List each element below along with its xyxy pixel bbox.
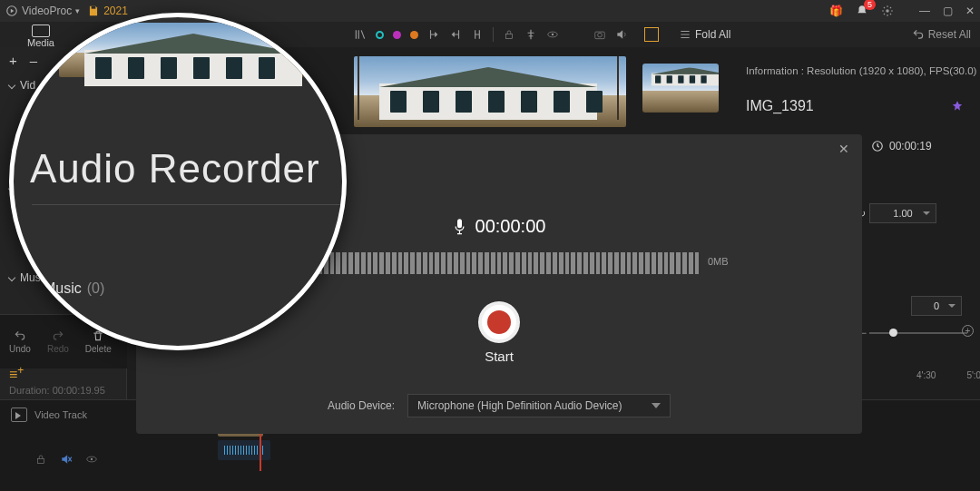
audio-level-meter	[318, 252, 699, 274]
notification-bell-icon[interactable]	[856, 5, 868, 17]
fold-icon	[679, 28, 691, 41]
redo-icon	[52, 329, 64, 342]
align-icon[interactable]	[524, 28, 537, 41]
magnifier-title: Audio Recorder	[30, 146, 320, 191]
settings-icon[interactable]	[881, 5, 894, 17]
maximize-button[interactable]: ▢	[943, 5, 953, 17]
duration-display: Duration: 00:00:19.95	[9, 385, 105, 396]
zoom-slider[interactable]	[869, 332, 967, 334]
reset-all-button[interactable]: Reset All	[912, 28, 971, 41]
track-visibility-icon[interactable]	[85, 453, 98, 466]
app-menu[interactable]: VideoProc ▾	[5, 5, 80, 17]
marker-out-icon[interactable]	[449, 28, 462, 41]
undo-icon	[14, 329, 26, 342]
document-title[interactable]: 2021	[87, 5, 128, 17]
video-track-label: Video Track	[34, 409, 87, 420]
svg-point-8	[598, 33, 603, 37]
color-dot-1[interactable]	[376, 31, 384, 39]
cut-icon[interactable]	[471, 28, 484, 41]
record-button-label: Start	[136, 349, 862, 364]
undo-button[interactable]: Undo	[9, 329, 31, 354]
fold-all-button[interactable]: Fold All	[679, 28, 730, 41]
speed-stepper[interactable]: ↻ 1.00	[869, 203, 936, 223]
minimize-button[interactable]: —	[919, 5, 930, 17]
svg-rect-15	[457, 219, 462, 228]
add-button[interactable]: +	[9, 53, 17, 68]
app-logo-icon	[5, 5, 18, 17]
svg-rect-4	[506, 34, 513, 38]
chevron-down-icon: ▾	[75, 6, 80, 15]
chevron-down-icon	[8, 274, 15, 281]
add-track-button[interactable]: ≡+	[9, 367, 24, 383]
audio-device-select[interactable]: Microphone (High Definition Audio Device…	[407, 394, 671, 417]
value-stepper[interactable]: 0	[911, 296, 962, 316]
eye-icon[interactable]	[546, 28, 559, 41]
close-button[interactable]: ✕	[965, 5, 975, 17]
svg-rect-10	[38, 458, 44, 463]
gift-icon[interactable]: 🎁	[829, 5, 843, 17]
svg-point-6	[552, 34, 554, 35]
info-thumbnail[interactable]	[642, 64, 719, 113]
panel-toggle-icon[interactable]	[644, 27, 659, 42]
record-button[interactable]	[478, 301, 520, 343]
media-icon	[32, 25, 50, 37]
zoom-in-button[interactable]: +	[962, 325, 974, 337]
effect-icon[interactable]	[950, 100, 965, 113]
audio-device-value: Microphone (High Definition Audio Device…	[417, 399, 622, 412]
library-icon[interactable]	[354, 28, 367, 41]
dropdown-arrow-icon	[652, 403, 661, 408]
speaker-icon[interactable]	[615, 28, 628, 41]
document-name: 2021	[103, 5, 128, 17]
remove-button[interactable]: –	[30, 53, 37, 68]
time-display: 00:00:19	[871, 140, 932, 152]
preview-strip	[354, 56, 626, 127]
modal-close-button[interactable]: ✕	[838, 142, 849, 156]
clock-icon	[871, 140, 884, 152]
undo-arrow-icon	[912, 28, 925, 41]
ruler-marks: 4':30 5':0	[916, 370, 980, 380]
track-lock-icon[interactable]	[34, 453, 47, 466]
svg-rect-2	[92, 6, 96, 9]
chevron-down-icon	[8, 82, 15, 89]
video-track-icon[interactable]	[11, 408, 27, 422]
info-text: Information : Resolution (1920 x 1080), …	[746, 65, 976, 76]
svg-point-14	[91, 458, 93, 460]
audio-device-label: Audio Device:	[328, 399, 395, 412]
media-tab[interactable]: Media	[27, 25, 54, 48]
track-mute-icon[interactable]	[60, 453, 73, 466]
camera-icon[interactable]	[593, 28, 606, 41]
center-toolbar	[354, 27, 628, 42]
lock-icon[interactable]	[503, 28, 515, 41]
timeline-clip-audio[interactable]	[218, 440, 270, 460]
zoom-slider-thumb[interactable]	[889, 329, 897, 337]
marker-in-icon[interactable]	[427, 28, 440, 41]
svg-marker-1	[11, 9, 14, 14]
redo-button[interactable]: Redo	[47, 329, 69, 354]
clip-name: IMG_1391	[746, 98, 814, 114]
divider	[493, 27, 494, 42]
svg-point-3	[886, 9, 889, 13]
recorder-timer: 00:00:00	[475, 216, 546, 237]
recording-size: 0MB	[708, 256, 729, 267]
color-dot-2[interactable]	[393, 31, 401, 39]
color-dot-3[interactable]	[410, 31, 418, 39]
save-icon	[87, 5, 100, 17]
app-name: VideoProc	[22, 5, 72, 17]
microphone-icon	[453, 218, 466, 236]
magnifier-callout: Audio Recorder Music (0)	[9, 13, 347, 350]
